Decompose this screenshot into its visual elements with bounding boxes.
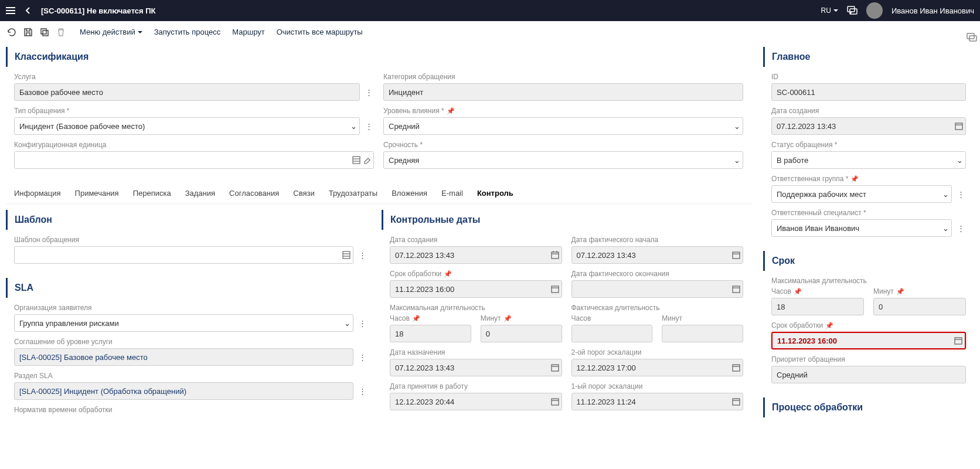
act-minutes-input bbox=[662, 325, 743, 342]
impact-select[interactable]: Средний⌄ bbox=[383, 117, 743, 135]
request-type-select[interactable]: Инцидент (Базовое рабочее место)⌄ bbox=[14, 117, 360, 135]
hours-input: 18 bbox=[390, 325, 471, 342]
user-name: Иванов Иван Иванович bbox=[891, 6, 974, 15]
calendar-icon[interactable] bbox=[551, 363, 559, 372]
language-selector[interactable]: RU bbox=[821, 6, 838, 15]
tab-attachments[interactable]: Вложения bbox=[392, 189, 427, 203]
chat-tab-icon[interactable] bbox=[964, 29, 980, 46]
more-icon[interactable]: ⋮ bbox=[357, 318, 368, 328]
group-select[interactable]: Поддержка рабочих мест⌄ bbox=[771, 185, 952, 203]
minutes-input: 0 bbox=[481, 325, 562, 342]
clear-routes-action[interactable]: Очистить все маршруты bbox=[277, 28, 363, 36]
act-hours-input bbox=[571, 325, 653, 342]
category-input: Инцидент bbox=[383, 83, 743, 101]
due-input: 11.12.2023 16:00 bbox=[390, 280, 562, 298]
calendar-icon[interactable] bbox=[732, 251, 740, 259]
svg-rect-33 bbox=[955, 123, 962, 130]
specialist-label: Ответственный специалист * bbox=[771, 209, 966, 217]
service-label: Услуга bbox=[14, 73, 374, 81]
svg-rect-1 bbox=[6, 10, 15, 11]
svg-rect-21 bbox=[552, 286, 559, 293]
actions-menu[interactable]: Меню действий bbox=[80, 28, 142, 36]
deadline-hours-input: 18 bbox=[771, 298, 864, 315]
tab-control[interactable]: Контроль bbox=[477, 189, 513, 203]
group-label: Ответственная группа *📌 bbox=[771, 175, 966, 183]
processing-title: Процесс обработки bbox=[763, 397, 974, 417]
id-input: SC-000611 bbox=[771, 83, 966, 101]
calendar-icon[interactable] bbox=[732, 285, 740, 293]
classification-panel: Классификация Услуга Базовое рабочее мес… bbox=[6, 47, 751, 177]
main-created-input: 07.12.2023 13:43 bbox=[771, 117, 966, 135]
sla-org-select[interactable]: Группа управления рисками⌄ bbox=[14, 314, 353, 332]
delete-icon[interactable] bbox=[55, 26, 67, 38]
tab-correspondence[interactable]: Переписка bbox=[133, 189, 171, 203]
tab-email[interactable]: E-mail bbox=[441, 189, 463, 203]
calendar-icon[interactable] bbox=[551, 285, 559, 293]
tab-notes[interactable]: Примечания bbox=[75, 189, 119, 203]
back-icon[interactable] bbox=[25, 7, 32, 14]
actual-end-label: Дата фактического окончания bbox=[571, 270, 744, 278]
svg-rect-23 bbox=[733, 286, 740, 293]
svg-rect-35 bbox=[955, 338, 962, 344]
more-icon[interactable]: ⋮ bbox=[955, 189, 966, 199]
menu-icon[interactable] bbox=[6, 6, 15, 15]
svg-rect-5 bbox=[41, 29, 46, 34]
tab-tasks[interactable]: Задания bbox=[185, 189, 215, 203]
main-title: Главное bbox=[763, 47, 974, 67]
refresh-icon[interactable] bbox=[6, 26, 18, 38]
deadline-due-label: Срок обработки📌 bbox=[771, 321, 966, 329]
id-label: ID bbox=[771, 73, 966, 81]
more-icon[interactable]: ⋮ bbox=[357, 250, 368, 260]
tab-info[interactable]: Информация bbox=[14, 189, 61, 203]
deadline-due-input: 11.12.2023 16:00 bbox=[771, 332, 966, 349]
sla-agreement-input: [SLA-00025] Базовое рабочее место bbox=[14, 348, 353, 366]
accepted-label: Дата принятия в работу bbox=[390, 382, 562, 390]
chat-icon[interactable] bbox=[847, 5, 858, 16]
list-icon[interactable] bbox=[352, 156, 360, 164]
calendar-icon[interactable] bbox=[732, 397, 740, 406]
ci-input[interactable] bbox=[14, 151, 374, 169]
pin-icon: 📌 bbox=[447, 107, 455, 115]
tab-time[interactable]: Трудозатраты bbox=[329, 189, 377, 203]
save-icon[interactable] bbox=[22, 26, 34, 38]
escalation2-label: 2-ой порог эскалации bbox=[571, 348, 744, 356]
more-icon[interactable]: ⋮ bbox=[357, 386, 368, 396]
specialist-select[interactable]: Иванов Иван Иванович⌄ bbox=[771, 219, 952, 237]
urgency-select[interactable]: Средняя⌄ bbox=[383, 151, 743, 169]
assigned-label: Дата назначения bbox=[390, 348, 562, 356]
escalation1-label: 1-ый порог эскалации bbox=[571, 382, 744, 390]
tab-links[interactable]: Связи bbox=[293, 189, 314, 203]
avatar[interactable] bbox=[866, 2, 883, 19]
copy-icon[interactable] bbox=[39, 26, 50, 38]
calendar-icon[interactable] bbox=[954, 337, 962, 345]
template-input[interactable] bbox=[14, 246, 353, 264]
route-action[interactable]: Маршрут bbox=[232, 28, 264, 36]
list-icon[interactable] bbox=[342, 251, 351, 259]
status-label: Статус обращения * bbox=[771, 141, 966, 149]
service-input: Базовое рабочее место bbox=[14, 83, 360, 101]
status-select[interactable]: В работе⌄ bbox=[771, 151, 966, 169]
tab-approvals[interactable]: Согласования bbox=[229, 189, 279, 203]
more-icon[interactable]: ⋮ bbox=[955, 223, 966, 233]
sla-title: SLA bbox=[6, 278, 376, 298]
calendar-icon[interactable] bbox=[551, 251, 559, 259]
start-process-action[interactable]: Запустить процесс bbox=[154, 28, 221, 36]
more-icon[interactable]: ⋮ bbox=[357, 352, 368, 362]
chevron-down-icon: ⌄ bbox=[344, 319, 351, 328]
erase-icon[interactable] bbox=[363, 156, 371, 164]
more-icon[interactable]: ⋮ bbox=[363, 87, 374, 97]
deadline-title: Срок bbox=[763, 251, 974, 271]
topbar: [SC-000611] Не включается ПК RU Иванов И… bbox=[0, 0, 980, 21]
classification-title: Классификация bbox=[6, 47, 751, 67]
calendar-icon[interactable] bbox=[551, 397, 559, 406]
sla-norm-label: Норматив времени обработки bbox=[14, 406, 368, 414]
due-label: Срок обработки📌 bbox=[390, 270, 562, 278]
pin-icon: 📌 bbox=[794, 288, 802, 295]
more-icon[interactable]: ⋮ bbox=[363, 121, 374, 131]
sla-section-label: Раздел SLA bbox=[14, 372, 368, 380]
calendar-icon[interactable] bbox=[955, 122, 963, 130]
escalation1-input: 11.12.2023 11:24 bbox=[571, 393, 744, 410]
calendar-icon[interactable] bbox=[732, 363, 740, 372]
deadline-hours-label: Часов📌 bbox=[771, 287, 864, 295]
actual-start-label: Дата фактического начала bbox=[571, 236, 744, 244]
